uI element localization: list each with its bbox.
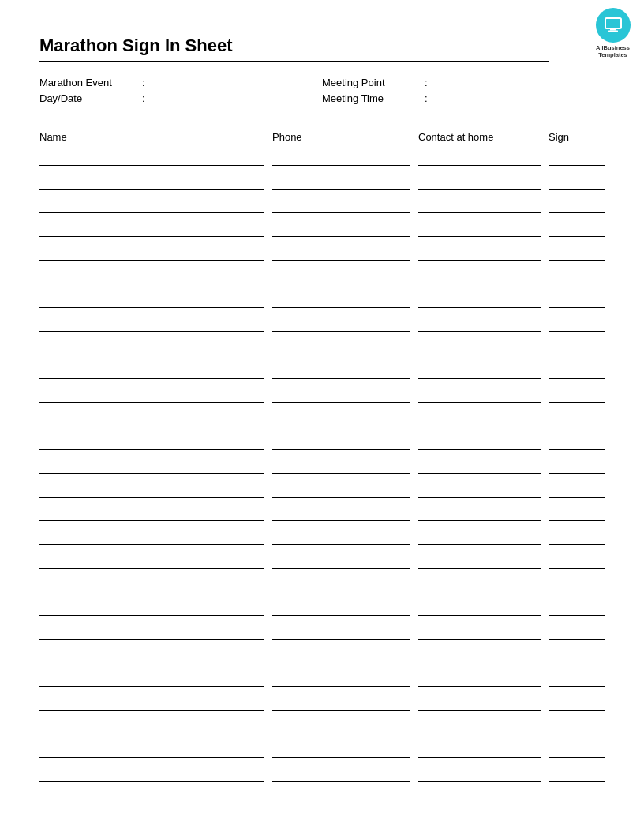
table-row: [39, 152, 605, 175]
svg-rect-1: [610, 28, 616, 31]
logo-badge: AllBusiness Templates: [591, 8, 635, 58]
logo-text: AllBusiness Templates: [591, 44, 635, 58]
cell-name-12: [39, 436, 264, 450]
table-row: [39, 389, 605, 412]
table-row: [39, 744, 605, 768]
table-row: [39, 768, 605, 791]
cell-contact-1: [418, 175, 541, 190]
table-row: [39, 554, 605, 578]
cell-sign-5: [549, 270, 605, 284]
cell-contact-15: [418, 507, 541, 521]
table-row: [39, 341, 605, 365]
cell-sign-7: [549, 317, 605, 332]
cell-sign-20: [549, 626, 605, 640]
table-row: [39, 531, 605, 554]
cell-phone-20: [272, 626, 410, 640]
table-row: [39, 175, 605, 199]
cell-sign-8: [549, 341, 605, 355]
table-row: [39, 507, 605, 531]
cell-sign-12: [549, 436, 605, 450]
info-left: Marathon Event : Day/Date :: [39, 77, 322, 108]
table-row: [39, 483, 605, 507]
info-row-marathon-event: Marathon Event :: [39, 77, 322, 88]
col-header-phone: Phone: [272, 131, 418, 143]
cell-phone-8: [272, 341, 410, 355]
info-right: Meeting Point : Meeting Time :: [322, 77, 605, 108]
meeting-time-colon: :: [425, 92, 428, 104]
cell-sign-18: [549, 578, 605, 592]
cell-name-18: [39, 578, 264, 592]
cell-phone-5: [272, 270, 410, 284]
cell-name-24: [39, 720, 264, 734]
meeting-point-label: Meeting Point: [322, 77, 425, 88]
cell-sign-25: [549, 744, 605, 758]
cell-sign-0: [549, 152, 605, 166]
cell-contact-7: [418, 317, 541, 332]
cell-sign-26: [549, 768, 605, 782]
cell-contact-8: [418, 341, 541, 355]
page: AllBusiness Templates Marathon Sign In S…: [0, 0, 644, 834]
table-row: [39, 720, 605, 744]
svg-rect-3: [607, 23, 620, 24]
cell-phone-18: [272, 578, 410, 592]
cell-sign-9: [549, 365, 605, 379]
cell-sign-16: [549, 531, 605, 545]
cell-phone-17: [272, 554, 410, 569]
col-header-sign: Sign: [549, 131, 605, 143]
cell-phone-26: [272, 768, 410, 782]
cell-contact-2: [418, 199, 541, 213]
table-row: [39, 578, 605, 602]
cell-contact-25: [418, 744, 541, 758]
table-row: [39, 649, 605, 673]
cell-name-10: [39, 389, 264, 403]
cell-phone-10: [272, 389, 410, 403]
cell-sign-4: [549, 246, 605, 261]
cell-contact-0: [418, 152, 541, 166]
marathon-event-colon: :: [142, 77, 145, 88]
table-row: [39, 436, 605, 460]
cell-name-26: [39, 768, 264, 782]
cell-name-19: [39, 602, 264, 616]
logo-circle: [596, 8, 631, 43]
cell-contact-23: [418, 697, 541, 711]
cell-name-14: [39, 483, 264, 498]
cell-contact-24: [418, 720, 541, 734]
cell-phone-16: [272, 531, 410, 545]
cell-name-5: [39, 270, 264, 284]
cell-contact-20: [418, 626, 541, 640]
cell-sign-23: [549, 697, 605, 711]
table-row: [39, 294, 605, 317]
cell-contact-22: [418, 673, 541, 687]
cell-sign-15: [549, 507, 605, 521]
cell-phone-9: [272, 365, 410, 379]
cell-contact-11: [418, 412, 541, 426]
cell-phone-23: [272, 697, 410, 711]
cell-phone-3: [272, 223, 410, 237]
logo-icon: [603, 15, 623, 36]
cell-phone-19: [272, 602, 410, 616]
table-rows: [39, 152, 605, 791]
table-row: [39, 365, 605, 389]
day-date-label: Day/Date: [39, 92, 142, 104]
cell-contact-5: [418, 270, 541, 284]
cell-phone-0: [272, 152, 410, 166]
cell-name-0: [39, 152, 264, 166]
cell-name-15: [39, 507, 264, 521]
cell-contact-3: [418, 223, 541, 237]
cell-name-22: [39, 673, 264, 687]
cell-name-8: [39, 341, 264, 355]
info-section: Marathon Event : Day/Date : Meeting Poin…: [39, 77, 605, 108]
cell-name-11: [39, 412, 264, 426]
cell-contact-4: [418, 246, 541, 261]
cell-sign-24: [549, 720, 605, 734]
table-row: [39, 246, 605, 270]
cell-phone-1: [272, 175, 410, 190]
cell-phone-24: [272, 720, 410, 734]
cell-name-6: [39, 294, 264, 308]
cell-phone-7: [272, 317, 410, 332]
cell-contact-12: [418, 436, 541, 450]
cell-contact-19: [418, 602, 541, 616]
cell-name-2: [39, 199, 264, 213]
cell-sign-10: [549, 389, 605, 403]
meeting-point-colon: :: [425, 77, 428, 88]
